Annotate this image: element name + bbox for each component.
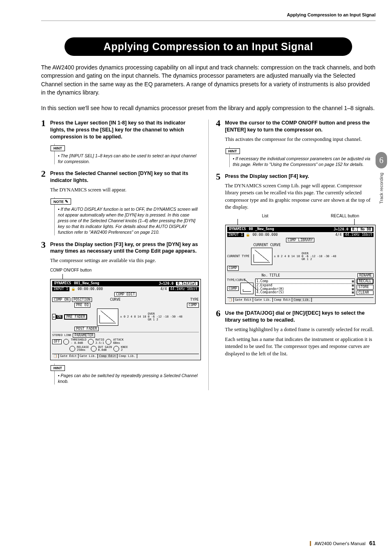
step-number: 4 — [216, 118, 221, 129]
step-heading: Press the Selected Channel section [DYN]… — [50, 170, 201, 184]
step-body: The setting highlighted by a dotted fram… — [225, 326, 376, 334]
gr-meter: ± 0 2 4 8 14 18 — [120, 315, 146, 318]
lcd-comp-lib: DYNAMICS 00 _New_Song J=120.0 0.[ No DB … — [225, 225, 376, 304]
step-body: The DYNAMICS screen Comp Lib. page will … — [225, 182, 376, 211]
step-number: 6 — [216, 308, 221, 319]
header-rule — [41, 21, 376, 21]
chapter-label: Track recording — [379, 173, 384, 204]
lcd-section: COMP LIBRARY — [286, 238, 314, 242]
lcd-title: DYNAMICS — [228, 227, 247, 232]
knob-icon — [63, 339, 69, 345]
hint-label: HINT — [226, 148, 240, 154]
lcd-comp-edit: DYNAMICS 001_New_Song J=120.0 0.Initial … — [50, 279, 201, 360]
note-callout: NOTE If the AUTO DISPLAY function is set… — [54, 197, 201, 235]
on-indicator: ON — [56, 315, 62, 319]
chapter-number: 6 — [376, 152, 387, 168]
lcd-channel: INPUT 1 — [227, 233, 244, 237]
label-recall: RECALL button — [331, 214, 359, 218]
hint-text: Pages can also be switched by repeatedly… — [58, 373, 201, 384]
screenshot-caption: COMP ON/OFF button — [50, 268, 201, 272]
curve-graph — [97, 309, 118, 326]
knob-icon — [91, 346, 97, 352]
level-meter: OVER0 -6 -12 -18 -30 -48GR 1 2 — [148, 313, 182, 321]
lcd-section: COMP EDIT — [114, 292, 136, 297]
note-text: If the AUTO DISPLAY function is set to O… — [58, 206, 201, 235]
curve-graph — [251, 248, 272, 265]
step-heading: Press the Layer section [IN 1-8] key so … — [50, 120, 201, 140]
step-6: 6 Use the [DATA/JOG] dial or [INC]/[DEC]… — [216, 310, 376, 357]
note-label: NOTE — [51, 198, 71, 205]
lcd-tabs: 📋 Gate Edit Gate Lib. Comp Edit Comp Lib… — [52, 354, 199, 358]
lcd-channel: INPUT 1 — [52, 287, 69, 291]
page-number: 61 — [369, 540, 376, 546]
section-title: Applying Compression to an Input Signal — [65, 37, 352, 56]
curve-thumb — [240, 283, 254, 294]
leader-line — [354, 219, 355, 225]
comp-on-button: COMP ON — [52, 297, 70, 302]
step-number: 2 — [41, 168, 46, 179]
step-2: 2 Press the Selected Channel section [DY… — [41, 170, 201, 235]
leader-line — [238, 219, 238, 225]
gr-meter: ± 0 2 4 8 14 18 — [274, 255, 300, 258]
leader-line — [62, 274, 201, 279]
knob-icon — [106, 339, 111, 345]
page-footer: AW2400 Owner's Manual 61 — [310, 540, 376, 546]
step-heading: Use the [DATA/JOG] dial or [INC]/[DEC] k… — [225, 310, 376, 324]
recall-button: RECALL — [357, 279, 374, 284]
chapter-sidebar: 6 Track recording — [376, 152, 387, 204]
lcd-tabs: 📋 Gate Edit Gate Lib. Comp Edit Comp Lib… — [227, 297, 374, 302]
lcd-title: DYNAMICS — [53, 281, 72, 286]
step-heading: Move the cursor to the COMP ON/OFF butto… — [225, 120, 376, 134]
knob-icon — [113, 346, 119, 352]
hint-callout: HINT If necessary the individual compres… — [229, 147, 376, 167]
step-1: 1 Press the Layer section [IN 1-8] key s… — [41, 120, 201, 164]
step-body: The DYNAMICS screen will appear. — [50, 187, 201, 194]
running-header: Applying Compression to an Input Signal — [41, 12, 376, 17]
step-number: 1 — [41, 118, 46, 129]
preset-list: 1.Comp▣ 2.Expand▣ 3.Compander(H)▣ 4.Comp… — [255, 279, 355, 296]
step-body: The compressor settings are available vi… — [50, 257, 201, 265]
step-body: This activates the compressor for the co… — [225, 136, 376, 143]
step-heading: Press the Display section [F4] key. — [225, 173, 376, 180]
intro-paragraph-2: In this section we'll see how to recall … — [41, 104, 376, 112]
step-3: 3 Press the Display section [F3] key, or… — [41, 241, 201, 385]
hint-callout: HINT Pages can also be switched by repea… — [54, 364, 201, 384]
label-list: List — [262, 214, 269, 218]
hint-text: If necessary the individual compressor p… — [233, 156, 376, 167]
hint-callout: HINT The [INPUT SEL] 1–8 keys can also b… — [54, 144, 201, 164]
knob-icon — [88, 339, 94, 345]
hint-text: The [INPUT SEL] 1–8 keys can also be use… — [58, 153, 201, 164]
hint-label: HINT — [51, 365, 65, 371]
knob-icon — [69, 346, 75, 352]
step-number: 3 — [41, 240, 46, 250]
off-indicator: OFF — [52, 339, 62, 344]
hint-label: HINT — [51, 145, 65, 151]
rename-button: RENAME — [357, 273, 374, 278]
step-4: 4 Move the cursor to the COMP ON/OFF but… — [216, 120, 376, 167]
step-heading: Press the Display section [F3] key, or p… — [50, 241, 201, 255]
step-5: 5 Press the Display section [F4] key. Th… — [216, 173, 376, 304]
manual-title: AW2400 Owner's Manual — [314, 541, 365, 546]
step-number: 5 — [216, 171, 221, 182]
store-button: STORE — [357, 285, 374, 289]
intro-paragraph-1: The AW2400 provides dynamics processing … — [41, 63, 376, 97]
step-body: Each setting has a name that indicates t… — [225, 336, 376, 358]
clear-button: CLEAR — [357, 290, 374, 295]
level-meter: OVER0 -6 -12 -18 -30 -48GR 1 2 — [302, 252, 336, 261]
